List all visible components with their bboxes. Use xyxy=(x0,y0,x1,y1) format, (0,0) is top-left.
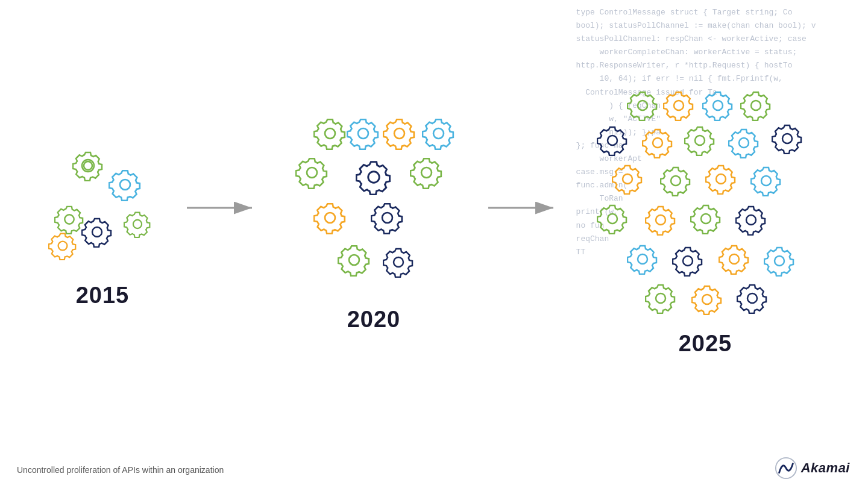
year-label-2015: 2015 xyxy=(76,283,130,308)
gear-green-1 xyxy=(72,150,104,181)
gear-green-2 xyxy=(54,204,84,234)
gear-orange-2020-1 xyxy=(383,117,416,150)
svg-point-21 xyxy=(674,101,684,110)
arrow-1 xyxy=(169,199,277,216)
gear-cluster-2025 xyxy=(579,90,832,319)
gear-orange-2025-2 xyxy=(642,127,673,158)
svg-point-36 xyxy=(746,215,756,225)
akamai-logo-icon xyxy=(775,457,797,480)
gear-orange-2025-4 xyxy=(705,163,737,195)
gear-navy-2025-5 xyxy=(737,283,768,314)
gear-green-2020-1 xyxy=(313,117,347,150)
svg-point-23 xyxy=(751,101,761,110)
gear-navy-2025-4 xyxy=(672,245,703,277)
svg-point-40 xyxy=(775,256,784,266)
year-group-2020: 2020 xyxy=(277,114,470,333)
gear-green-2025-6 xyxy=(690,203,722,234)
akamai-logo: Akamai xyxy=(775,457,850,480)
gear-navy-2020-1 xyxy=(356,159,392,195)
gear-blue-2025-4 xyxy=(627,243,658,275)
gear-green-2025-7 xyxy=(645,283,676,314)
gear-orange-2025-6 xyxy=(719,243,750,275)
main-content: 2015 xyxy=(0,0,868,488)
svg-point-29 xyxy=(623,174,632,184)
year-label-2020: 2020 xyxy=(347,307,401,333)
arrow-svg-1 xyxy=(187,199,259,216)
svg-point-37 xyxy=(638,254,647,264)
gear-orange-2020-2 xyxy=(313,201,347,234)
svg-point-17 xyxy=(394,257,403,267)
svg-point-11 xyxy=(307,167,317,178)
gear-green-2025-5 xyxy=(597,203,628,234)
gear-blue-2025-5 xyxy=(764,245,795,277)
svg-point-22 xyxy=(713,101,723,110)
svg-point-26 xyxy=(695,136,705,145)
gear-blue-2025-3 xyxy=(750,165,782,196)
gear-blue-1 xyxy=(108,168,142,201)
akamai-logo-text: Akamai xyxy=(801,460,850,476)
gear-blue-2020-1 xyxy=(347,117,380,150)
svg-point-3 xyxy=(58,241,68,250)
svg-point-39 xyxy=(729,254,739,264)
svg-point-28 xyxy=(782,134,792,143)
timeline-row: 2015 xyxy=(36,90,832,357)
svg-point-24 xyxy=(608,136,617,145)
gear-orange-2025-3 xyxy=(612,163,643,195)
bottom-caption: Uncontrolled proliferation of APIs withi… xyxy=(17,465,224,475)
svg-point-0 xyxy=(120,180,130,190)
gear-orange-2025-1 xyxy=(663,90,694,121)
svg-point-20 xyxy=(638,101,647,110)
svg-point-8 xyxy=(358,128,368,139)
svg-point-32 xyxy=(761,176,771,186)
svg-point-4 xyxy=(133,219,142,228)
arrow-svg-2 xyxy=(488,199,561,216)
gear-navy-2020-3 xyxy=(383,246,414,278)
gear-green-2020-2 xyxy=(295,156,329,189)
svg-point-15 xyxy=(382,213,392,223)
gear-blue-2025-1 xyxy=(702,90,734,121)
gear-orange-1 xyxy=(48,231,77,260)
svg-point-31 xyxy=(716,174,726,184)
year-group-2025: 2025 xyxy=(579,90,832,357)
gear-cluster-2020 xyxy=(277,114,470,295)
gear-navy-2020-2 xyxy=(371,201,404,234)
svg-point-13 xyxy=(421,167,432,178)
gear-orange-2025-7 xyxy=(691,284,723,315)
svg-point-34 xyxy=(656,215,665,225)
svg-point-30 xyxy=(671,176,681,186)
gear-cluster-2015 xyxy=(36,138,169,271)
gear-green-2025-3 xyxy=(684,125,715,156)
gear-green-2025-2 xyxy=(740,90,772,121)
svg-point-16 xyxy=(349,255,359,265)
svg-point-9 xyxy=(394,128,404,139)
svg-point-42 xyxy=(702,295,712,304)
gear-green-2020-3 xyxy=(410,156,443,189)
svg-point-12 xyxy=(368,171,379,182)
svg-point-14 xyxy=(325,213,335,223)
year-group-2015: 2015 xyxy=(36,138,169,308)
gear-green-3 xyxy=(124,210,151,238)
gear-orange-2025-5 xyxy=(645,204,676,236)
svg-point-35 xyxy=(701,214,711,224)
svg-point-7 xyxy=(325,128,335,139)
svg-point-33 xyxy=(608,214,617,224)
gear-navy-1 xyxy=(81,216,113,248)
gear-green-2020-4 xyxy=(338,243,371,277)
gear-navy-2025-1 xyxy=(597,125,628,156)
svg-point-41 xyxy=(656,293,665,303)
gear-navy-2025-2 xyxy=(772,123,803,154)
svg-point-2 xyxy=(92,227,102,237)
svg-point-1 xyxy=(64,214,74,224)
gear-blue-2020-2 xyxy=(422,117,455,150)
svg-point-25 xyxy=(653,138,662,148)
year-label-2025: 2025 xyxy=(679,331,732,357)
gear-blue-2025-2 xyxy=(728,127,760,158)
svg-point-10 xyxy=(433,128,444,139)
svg-point-43 xyxy=(747,293,757,303)
arrow-2 xyxy=(470,199,579,216)
gear-green-2025-1 xyxy=(627,90,658,121)
gear-green-2025-4 xyxy=(660,165,691,196)
svg-point-38 xyxy=(683,256,693,266)
svg-point-27 xyxy=(739,138,749,148)
gear-navy-2025-3 xyxy=(735,204,767,236)
